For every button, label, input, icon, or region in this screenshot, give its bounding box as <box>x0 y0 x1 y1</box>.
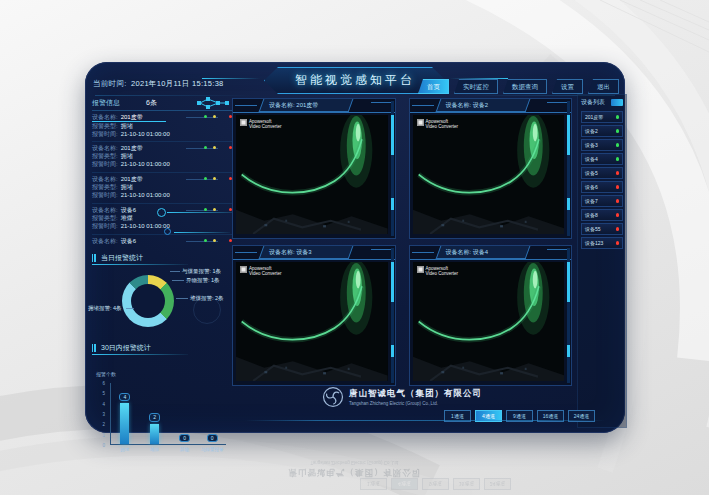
status-dot-icon <box>616 143 620 147</box>
ring-decoration <box>157 208 166 217</box>
watermark: Apowersoft Video Converter <box>417 266 458 276</box>
green-dot-icon <box>204 146 207 149</box>
device-name: 设备2 <box>585 128 598 134</box>
device-list: 201皮带 设备2 设备3 设备4 设备5 设备6 设备7 设备8 设备55 设… <box>581 111 623 249</box>
yellow-dot-icon <box>213 115 216 118</box>
device-name-value: 201皮带 <box>121 113 143 121</box>
device-list-action-button[interactable] <box>611 99 623 106</box>
nav-home-button[interactable]: 首页 <box>418 79 449 94</box>
device-list-item[interactable]: 201皮带 <box>581 111 623 123</box>
y-axis-tick: 1 <box>102 432 105 437</box>
legend-connector <box>126 308 134 309</box>
green-dot-icon <box>204 177 207 180</box>
video-feed[interactable]: Apowersoft Video Converter <box>413 262 565 381</box>
device-list-item[interactable]: 设备6 <box>581 181 623 193</box>
status-dot-icon <box>616 227 620 231</box>
footer-divider <box>245 420 605 421</box>
severity-indicator <box>186 239 232 243</box>
video-scrollbar[interactable] <box>391 101 394 236</box>
video-frame-graphic <box>236 115 388 234</box>
yellow-dot-icon <box>213 146 216 149</box>
bar-column: 2 堆煤 <box>143 383 167 444</box>
legend-connector <box>176 298 188 299</box>
company-logo-icon <box>322 386 344 408</box>
monthly-stats-title: 30日内报警统计 <box>92 343 232 355</box>
device-list-item[interactable]: 设备4 <box>581 153 623 165</box>
field-label: 报警时间: <box>92 191 118 199</box>
nav-data-query-button[interactable]: 数据查询 <box>503 79 547 94</box>
device-name: 设备123 <box>585 240 603 246</box>
company-name-cn: 唐山智诚电气（集团）有限公司 <box>349 388 482 400</box>
status-dot-icon <box>616 185 620 189</box>
status-dot-icon <box>616 157 620 161</box>
alarm-entry[interactable]: 设备名称:201皮带 报警类型:拥堵 报警时间:21-10-10 01:00:0… <box>92 142 232 173</box>
device-list-item[interactable]: 设备7 <box>581 195 623 207</box>
top-nav: 首页 实时监控 数据查询 设置 退出 <box>418 79 619 94</box>
alarm-time-value: 21-10-10 01:00:00 <box>121 222 170 230</box>
video-scrollbar[interactable] <box>567 248 570 383</box>
bar-value-badge: 4 <box>119 393 130 402</box>
severity-indicator <box>186 115 232 119</box>
y-axis: 0123456 <box>94 383 108 445</box>
video-panel-3[interactable]: 设备名称: 设备3 Apowersoft Video Converter <box>232 245 396 386</box>
video-title: 设备名称: 设备3 <box>269 246 312 258</box>
bar <box>150 424 159 444</box>
video-panel-1[interactable]: 设备名称: 201皮带 Apowersoft Video Converter <box>232 98 396 239</box>
status-dot-icon <box>616 115 620 119</box>
device-name: 201皮带 <box>585 114 603 120</box>
severity-indicator <box>186 177 232 181</box>
video-feed[interactable]: Apowersoft Video Converter <box>413 115 565 234</box>
bar-value-badge: 0 <box>207 434 218 443</box>
dashboard-panel: 当前时间: 2021年10月11日 15:15:38 智能视觉感知平台 首页 实… <box>85 62 625 433</box>
severity-indicator <box>186 146 232 150</box>
video-feed[interactable]: Apowersoft Video Converter <box>236 115 388 234</box>
y-axis-tick: 6 <box>102 381 105 386</box>
bar-value-badge: 2 <box>149 413 160 422</box>
watermark: Apowersoft Video Converter <box>240 266 281 276</box>
yellow-dot-icon <box>213 177 216 180</box>
field-label: 报警类型: <box>92 183 118 191</box>
video-scrollbar[interactable] <box>391 248 394 383</box>
field-label: 报警时间: <box>92 160 118 168</box>
donut-chart <box>122 275 174 327</box>
device-list-item[interactable]: 设备2 <box>581 125 623 137</box>
watermark: Apowersoft Video Converter <box>240 119 281 129</box>
x-axis-category: 与煤量报警 <box>188 447 236 452</box>
alarm-header: 报警信息 6条 <box>92 96 232 111</box>
watermark-line2: Video Converter <box>249 124 281 129</box>
field-label: 设备名称: <box>92 144 118 152</box>
bar-value-badge: 0 <box>179 434 190 443</box>
green-dot-icon <box>204 239 207 242</box>
alarm-entry[interactable]: 设备名称:201皮带 报警类型:拥堵 报警时间:21-10-10 01:00:0… <box>92 173 232 204</box>
device-list-item[interactable]: 设备55 <box>581 223 623 235</box>
title-wing-left <box>202 78 260 79</box>
video-panel-header: 设备名称: 201皮带 <box>233 99 395 113</box>
legend-label: 异物报警: 1条 <box>186 277 220 284</box>
video-scrollbar[interactable] <box>567 101 570 236</box>
status-dot-icon <box>616 241 620 245</box>
alarm-entry[interactable]: 设备名称:设备6 <box>92 235 232 249</box>
y-axis-tick: 2 <box>102 422 105 427</box>
alarm-time-value: 21-10-10 01:00:00 <box>121 160 170 168</box>
watermark-line2: Video Converter <box>426 124 458 129</box>
video-panel-4[interactable]: 设备名称: 设备4 Apowersoft Video Converter <box>409 245 573 386</box>
legend-connector <box>172 280 184 281</box>
alarm-entry[interactable]: 设备名称:201皮带 报警类型:拥堵 报警时间:21-10-10 01:00:0… <box>92 111 232 142</box>
video-frame-graphic <box>413 115 565 234</box>
device-list-item[interactable]: 设备123 <box>581 237 623 249</box>
video-title: 设备名称: 设备2 <box>446 99 489 111</box>
device-list-item[interactable]: 设备3 <box>581 139 623 151</box>
device-list-item[interactable]: 设备5 <box>581 167 623 179</box>
video-panel-2[interactable]: 设备名称: 设备2 Apowersoft Video Converter <box>409 98 573 239</box>
status-dot-icon <box>616 129 620 133</box>
status-dot-icon <box>616 199 620 203</box>
today-stats-title: 当日报警统计 <box>92 253 232 265</box>
video-feed[interactable]: Apowersoft Video Converter <box>236 262 388 381</box>
device-list-item[interactable]: 设备8 <box>581 209 623 221</box>
nav-realtime-button[interactable]: 实时监控 <box>454 79 498 94</box>
nav-exit-button[interactable]: 退出 <box>588 79 619 94</box>
nav-settings-button[interactable]: 设置 <box>552 79 583 94</box>
video-panel-header: 设备名称: 设备4 <box>410 246 572 260</box>
bar <box>120 403 129 444</box>
alarm-time-value: 21-10-10 01:00:00 <box>121 191 170 199</box>
